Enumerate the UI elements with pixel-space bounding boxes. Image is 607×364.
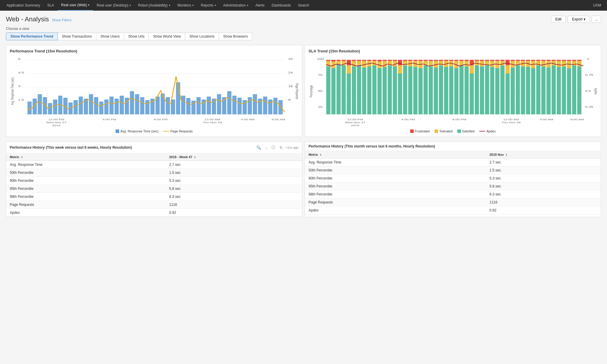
show-filters-link[interactable]: Show Filters bbox=[52, 18, 71, 22]
svg-rect-17 bbox=[48, 103, 52, 114]
sort-icon[interactable]: ⇕ bbox=[21, 156, 23, 159]
svg-rect-54 bbox=[237, 98, 242, 114]
table-row: 50th Percentile1.5 sec bbox=[6, 169, 302, 177]
svg-text:8:00 PM: 8:00 PM bbox=[453, 118, 467, 121]
legend-frustrated: Frustrated bbox=[410, 129, 430, 133]
refresh-icon[interactable]: ↻ bbox=[278, 145, 284, 150]
svg-rect-44 bbox=[186, 98, 190, 114]
nav-item-administration[interactable]: Administration ▾ bbox=[220, 0, 252, 11]
svg-text:50: 50 bbox=[318, 89, 322, 93]
svg-rect-56 bbox=[248, 97, 252, 114]
info-icon[interactable]: ⓘ bbox=[270, 144, 277, 151]
sort-icon[interactable]: ⇕ bbox=[320, 153, 322, 156]
view-btn-6[interactable]: Show Browsers bbox=[219, 33, 252, 40]
svg-rect-92 bbox=[331, 60, 336, 62]
svg-rect-209 bbox=[531, 60, 535, 61]
svg-rect-33 bbox=[130, 91, 134, 114]
nav-item-alerts[interactable]: Alerts bbox=[252, 0, 268, 11]
table-row: Apdex0.92 bbox=[6, 209, 302, 217]
svg-rect-107 bbox=[357, 60, 361, 61]
svg-rect-113 bbox=[367, 60, 371, 61]
svg-rect-184 bbox=[490, 61, 494, 67]
nav-item-real-user-desktop[interactable]: Real user (Desktop) ▾ bbox=[93, 0, 135, 11]
nav-item-monitors[interactable]: Monitors ▾ bbox=[174, 0, 197, 11]
svg-rect-191 bbox=[500, 60, 504, 61]
search-icon[interactable]: 🔍 bbox=[255, 145, 262, 150]
chevron-down-icon: ▾ bbox=[192, 4, 194, 7]
svg-rect-172 bbox=[470, 65, 474, 73]
table-row: Avg. Response Time2.7 sec bbox=[305, 158, 601, 166]
svg-rect-31 bbox=[120, 96, 124, 114]
svg-rect-126 bbox=[393, 66, 397, 114]
svg-rect-210 bbox=[536, 65, 540, 114]
more-options-button[interactable]: ... bbox=[592, 16, 601, 23]
download-icon[interactable]: ↓ bbox=[264, 145, 269, 150]
svg-rect-34 bbox=[135, 94, 139, 114]
nav-item-reports[interactable]: Reports ▾ bbox=[197, 0, 220, 11]
svg-rect-132 bbox=[403, 65, 407, 114]
svg-rect-131 bbox=[398, 60, 402, 65]
svg-text:0.5: 0.5 bbox=[585, 89, 591, 93]
svg-rect-230 bbox=[567, 60, 571, 61]
sort-icon[interactable]: ⇕ bbox=[505, 153, 508, 156]
nav-item-app-summary[interactable]: Application Summary bbox=[3, 0, 44, 11]
svg-rect-152 bbox=[434, 60, 438, 61]
svg-rect-197 bbox=[511, 60, 515, 61]
history-weekly-panel: Performance History (This week versus la… bbox=[6, 142, 302, 217]
col-week: 2019 - Week 47 ⇕ bbox=[166, 153, 302, 161]
svg-text:Percentage: Percentage bbox=[309, 85, 313, 97]
svg-rect-89 bbox=[326, 60, 330, 61]
svg-rect-223 bbox=[557, 61, 561, 67]
table-row: 90th Percentile5.3 sec bbox=[6, 177, 302, 185]
view-btn-2[interactable]: Show Users bbox=[96, 33, 124, 40]
svg-rect-15 bbox=[38, 94, 42, 114]
svg-text:3: 3 bbox=[18, 85, 20, 88]
svg-text:4:00 AM: 4:00 AM bbox=[241, 118, 255, 121]
view-btn-4[interactable]: Show World View bbox=[149, 33, 185, 40]
table-row: Page Requests1116 bbox=[6, 201, 302, 209]
svg-rect-146 bbox=[424, 60, 428, 61]
history-weekly-table: Metric ⇕ 2019 - Week 47 ⇕ Avg. Response … bbox=[6, 153, 302, 217]
svg-rect-228 bbox=[567, 68, 571, 114]
nav-item-dashboards[interactable]: Dashboards bbox=[268, 0, 295, 11]
svg-rect-185 bbox=[490, 60, 494, 61]
history-timestamp: <1m ago bbox=[286, 146, 298, 149]
svg-rect-135 bbox=[408, 66, 412, 114]
svg-rect-162 bbox=[454, 68, 459, 114]
view-btn-1[interactable]: Show Transactions bbox=[58, 33, 96, 40]
svg-rect-110 bbox=[362, 60, 366, 61]
performance-trend-chart: 6 4.5 3 1.5 32 24 16 8 bbox=[10, 56, 298, 133]
view-btn-3[interactable]: Show Urls bbox=[124, 33, 149, 40]
performance-trend-title: Performance Trend (15m Resolution) bbox=[10, 49, 298, 53]
svg-rect-93 bbox=[336, 64, 341, 114]
svg-rect-18 bbox=[53, 100, 57, 114]
svg-rect-134 bbox=[403, 60, 407, 61]
svg-text:Page Requests: Page Requests bbox=[295, 83, 298, 100]
svg-rect-189 bbox=[500, 65, 504, 114]
svg-rect-203 bbox=[521, 60, 525, 61]
nav-item-real-user-web[interactable]: Real user (Web) ▾ bbox=[57, 0, 93, 11]
view-btn-0[interactable]: Show Performance Trend bbox=[6, 33, 58, 40]
svg-rect-104 bbox=[352, 60, 356, 61]
svg-text:8:00 AM: 8:00 AM bbox=[271, 118, 285, 121]
svg-rect-28 bbox=[104, 100, 108, 114]
nav-item-sla[interactable]: SLA bbox=[44, 0, 57, 11]
svg-rect-158 bbox=[444, 60, 448, 61]
history-monthly-table: Metric ⇕ 2019 Nov ⇕ Avg. Response Time2.… bbox=[305, 151, 601, 214]
nav-item-search[interactable]: Search bbox=[294, 0, 313, 11]
svg-rect-164 bbox=[454, 60, 459, 61]
svg-rect-201 bbox=[521, 66, 525, 114]
apdex-icon bbox=[479, 131, 485, 132]
svg-text:12:00 PM: 12:00 PM bbox=[347, 118, 363, 121]
export-button[interactable]: Export ▾ bbox=[568, 16, 590, 23]
nav-item-robot[interactable]: Robot (Availability) ▾ bbox=[135, 0, 174, 11]
svg-rect-204 bbox=[526, 67, 530, 114]
legend-line-icon bbox=[163, 131, 169, 132]
sort-icon[interactable]: ⇕ bbox=[194, 156, 196, 159]
view-btn-5[interactable]: Show Locations bbox=[185, 33, 219, 40]
svg-text:4.5: 4.5 bbox=[18, 71, 24, 74]
frustrated-icon bbox=[410, 129, 414, 133]
history-monthly-panel: Performance History (This month versus l… bbox=[305, 142, 601, 217]
edit-button[interactable]: Edit bbox=[551, 16, 566, 23]
svg-rect-215 bbox=[541, 60, 545, 61]
